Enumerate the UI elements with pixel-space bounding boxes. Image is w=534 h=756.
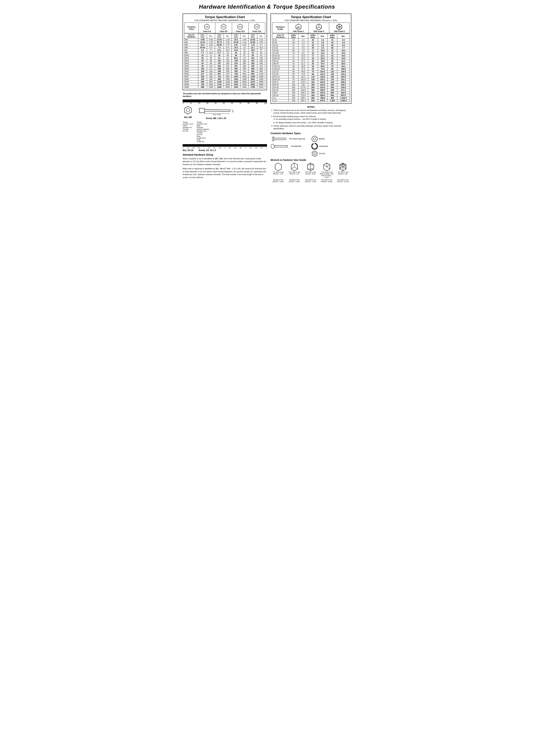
sae-cell: 870.4 bbox=[318, 99, 327, 102]
sae-cell: 4.9 bbox=[337, 41, 350, 44]
class-8-8-icon: 8.8 bbox=[220, 23, 227, 30]
hw-types-title: Common Hardware Types bbox=[271, 132, 351, 135]
wrench-5-16: 5/16" Bolt or Nut Wrench—1/2" bbox=[287, 162, 302, 178]
sae-cell: 34.0 bbox=[337, 57, 350, 60]
label-row2: Nut, 1/2-16 Screw, 1/2- 16 x 2 bbox=[183, 149, 267, 151]
metric-cell: M3 bbox=[185, 38, 198, 41]
sae-cell: 68 bbox=[328, 46, 337, 49]
wrench-5-16-icon bbox=[290, 162, 299, 171]
sae-cell: 43 bbox=[328, 41, 337, 44]
sae-cell: 3/4-16 bbox=[273, 89, 289, 92]
svg-text:5.6: 5.6 bbox=[206, 26, 208, 28]
metric-table-row: M87.710.517.72425342940 bbox=[185, 51, 265, 54]
metric-cell: 50 bbox=[232, 54, 240, 57]
metric-cell: 708 bbox=[232, 73, 240, 75]
metric-table-row: M22169230390530559745656890 bbox=[185, 70, 265, 73]
metric-cell: 960 bbox=[240, 73, 248, 75]
sae-table-row: 5/16-241216.31925.82934.0 bbox=[273, 57, 350, 60]
metric-cell: 19.9 bbox=[248, 49, 257, 51]
metric-cell: 1680 bbox=[257, 75, 265, 78]
sae-cell: 149.6 bbox=[337, 70, 350, 73]
sae-cell: 1/2-20 bbox=[273, 73, 289, 76]
svg-line-9 bbox=[257, 24, 259, 25]
sae-cell: 55 bbox=[308, 68, 318, 70]
metric-cell: 890 bbox=[257, 70, 265, 73]
metric-table-row: M33590800134918301902258022783090 bbox=[185, 81, 265, 83]
m129-nm: Nm. bbox=[257, 34, 265, 38]
metric-cell: M22 bbox=[185, 70, 198, 73]
metric-cell: 390 bbox=[240, 65, 248, 68]
hex-capscrew-item: Hex Head Capscrew bbox=[271, 136, 310, 142]
sae-cell: 204.0 bbox=[318, 81, 327, 84]
wrench-1-4: 1/4" Bolt or Nut Wrench—7/16" bbox=[271, 162, 286, 178]
metric-cell: 48 bbox=[224, 54, 232, 57]
sae-cell: 217.6 bbox=[299, 86, 308, 89]
screw2-label: Screw, 1/2- 16 x 2 bbox=[199, 149, 216, 151]
sae-cell: 16.3 bbox=[299, 57, 308, 60]
metric-cell: 1400 bbox=[240, 75, 248, 78]
wrench-1-2: 1/2" Bolt or Nut Wrench—3/4" bbox=[335, 162, 351, 178]
sae-cell: 3.5 bbox=[299, 46, 308, 49]
svg-text:Diameter: Diameter bbox=[232, 111, 234, 112]
metric-cell: 4290 bbox=[240, 86, 248, 89]
metric-table-row: M526.42.5060.965.755.978.107.159.7 bbox=[185, 43, 265, 46]
sae-cell: 240 bbox=[328, 84, 337, 86]
metric-cell: 590 bbox=[198, 81, 207, 83]
svg-line-90 bbox=[324, 163, 327, 165]
sizing-section: Standard Hardware Sizing When a washer o… bbox=[183, 153, 267, 179]
sae-cell: 2.1 bbox=[299, 39, 308, 41]
metric-cell: 16.5 bbox=[224, 49, 232, 51]
svg-line-94 bbox=[327, 167, 330, 169]
sae-cell: 149.6 bbox=[318, 76, 327, 78]
m109-nm: Nm. bbox=[240, 34, 248, 38]
sae-cell: 8 bbox=[308, 49, 318, 52]
left-column: Torque Specification Chart FOR STANDARD … bbox=[183, 14, 267, 180]
sae-cell: 420 bbox=[328, 89, 337, 92]
metric-cell: 61 bbox=[215, 57, 224, 59]
sae-cell: 100 bbox=[289, 84, 299, 86]
metric-cell: 530 bbox=[224, 70, 232, 73]
metric-cell: 16.9 bbox=[232, 49, 240, 51]
metric-cell: 4.10 bbox=[240, 41, 248, 43]
screw-legend: Thread Diameter (mm) Body Diameter Dista… bbox=[197, 121, 209, 143]
sae-g2-nm: Nm. bbox=[299, 34, 308, 39]
sae-cell: 66 bbox=[289, 49, 299, 52]
sae-torque-title: Torque Specification Chart bbox=[272, 15, 350, 19]
svg-line-50 bbox=[336, 27, 339, 28]
metric-cell: 1902 bbox=[232, 81, 240, 83]
metric-cell: M33 bbox=[185, 81, 198, 83]
sae-cell: 108.8 bbox=[337, 68, 350, 70]
sae-cell: 140 bbox=[289, 92, 299, 94]
metric-table-row: M367591030174023602441331029353980 bbox=[185, 83, 265, 86]
sae-cell: 180 bbox=[308, 84, 318, 86]
sae-cell: 353.6 bbox=[318, 86, 327, 89]
sae-cell: 15.0 bbox=[299, 55, 308, 57]
sae-cell: 150 bbox=[308, 81, 318, 84]
wrench-3-8-bolt: 3/8" Bolt or Nut bbox=[305, 171, 316, 173]
svg-line-5 bbox=[238, 24, 240, 25]
svg-line-89 bbox=[327, 163, 330, 165]
metric-cell: 27 bbox=[257, 49, 265, 51]
sae-cell: 31.3 bbox=[299, 63, 308, 65]
metric-cell: 1740 bbox=[215, 83, 224, 86]
metric-table-row: M413.441.2830.722.9043.444.1052.564.95 bbox=[185, 41, 265, 43]
sae-cell: 163.2 bbox=[337, 73, 350, 76]
metric-cell: 43.44 bbox=[232, 41, 240, 43]
sae-table-row: 7/8-14155210.8440598.4660897.6 bbox=[273, 94, 350, 97]
sae-g8-inlbs: in/lbsft/lbs bbox=[328, 34, 337, 39]
metric-cell: 17.7 bbox=[215, 51, 224, 54]
metric-cell: 340 bbox=[257, 62, 265, 65]
metric-cell: 13.44 bbox=[198, 41, 207, 43]
sae-cell: 13.6 bbox=[318, 52, 327, 55]
svg-text:8.8: 8.8 bbox=[222, 26, 225, 28]
ruler2-numbers: 0 1/4 1/2 3/4 1 1/4 1/2 3/4 2 1/4 1/2 3/… bbox=[183, 147, 267, 149]
metric-cell: 89 bbox=[198, 65, 207, 68]
sae-cell: 102.0 bbox=[318, 70, 327, 73]
class-icons-row: PropertyClass 5.6 Class 5.6 8.8 Class 8.… bbox=[184, 22, 265, 33]
metric-cell: 745 bbox=[240, 70, 248, 73]
sae-cell: 400 bbox=[308, 92, 318, 94]
metric-cell: 132 bbox=[224, 59, 232, 62]
sae-cell: 50 bbox=[328, 63, 337, 65]
wrench-3-8-icon bbox=[306, 162, 315, 171]
sae-cell: 1/4-20 bbox=[273, 49, 289, 52]
